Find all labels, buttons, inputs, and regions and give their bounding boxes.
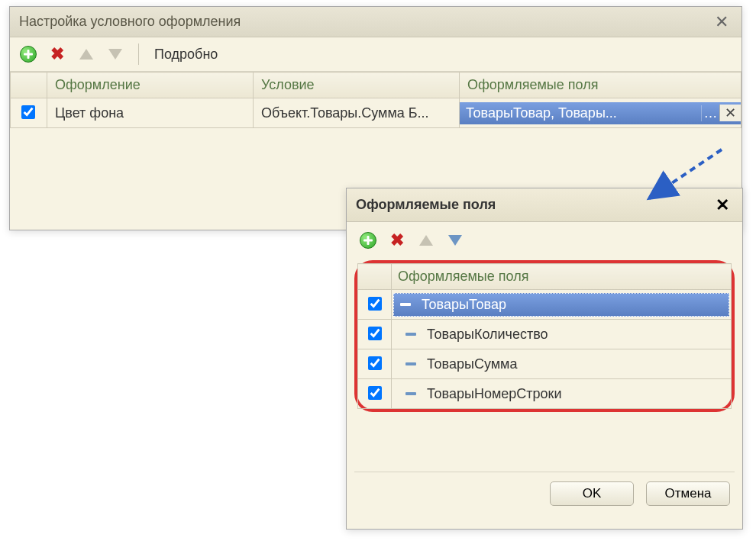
field-label: ТоварыНомерСтроки <box>427 386 562 402</box>
add-button[interactable] <box>357 230 379 251</box>
plus-icon <box>360 232 376 249</box>
field-icon <box>405 362 416 365</box>
sub-window-title: Оформляемые поля <box>356 197 496 213</box>
move-up-button[interactable] <box>76 43 97 65</box>
arrow-up-icon <box>79 49 93 60</box>
field-label: ТоварыКоличество <box>427 327 548 343</box>
delete-button[interactable]: ✖ <box>386 230 408 251</box>
cell-formatting[interactable]: Цвет фона <box>47 98 254 128</box>
move-down-button[interactable] <box>105 43 126 65</box>
delete-icon: ✖ <box>390 230 404 250</box>
field-label: ТоварыСумма <box>427 356 517 372</box>
separator <box>138 43 139 65</box>
col-condition: Условие <box>254 72 460 98</box>
cell-fields[interactable]: ТоварыТовар, Товары... … ✕ <box>460 98 741 128</box>
fields-value: ТоварыТовар, Товары... <box>460 102 701 124</box>
table-row[interactable]: Цвет фона Объект.Товары.Сумма Б... Товар… <box>11 98 741 128</box>
delete-button[interactable]: ✖ <box>47 43 68 65</box>
list-item[interactable]: ТоварыСумма <box>358 349 732 379</box>
field-icon <box>405 333 416 336</box>
fields-picker-window: Оформляемые поля ✕ ✖ Оформляемые поля <box>346 188 743 530</box>
delete-icon: ✖ <box>50 44 64 64</box>
button-bar: OK Отмена <box>354 472 735 509</box>
field-icon <box>405 392 416 395</box>
move-up-button[interactable] <box>415 230 437 251</box>
fields-table: Оформляемые поля ТоварыТовар <box>357 263 732 409</box>
cell-condition[interactable]: Объект.Товары.Сумма Б... <box>254 98 460 128</box>
field-checkbox[interactable] <box>368 327 382 340</box>
arrow-up-icon <box>419 235 433 246</box>
field-label: ТоварыТовар <box>422 297 506 313</box>
sub-titlebar: Оформляемые поля ✕ <box>347 188 742 222</box>
formatting-table: Оформление Условие Оформляемые поля Цвет… <box>10 72 741 128</box>
close-icon[interactable]: ✕ <box>712 195 733 216</box>
titlebar: Настройка условного оформления ✕ <box>10 7 741 37</box>
add-button[interactable] <box>18 43 39 65</box>
ok-button[interactable]: OK <box>550 481 634 506</box>
col-checkbox <box>358 264 392 290</box>
arrow-down-icon <box>108 49 122 60</box>
window-title: Настройка условного оформления <box>19 14 241 30</box>
field-icon <box>400 303 411 306</box>
col-field-name: Оформляемые поля <box>392 264 732 290</box>
col-fields: Оформляемые поля <box>460 72 741 98</box>
field-checkbox[interactable] <box>368 297 382 311</box>
list-item[interactable]: ТоварыКоличество <box>358 320 732 349</box>
highlight-box: Оформляемые поля ТоварыТовар <box>354 260 735 412</box>
field-checkbox[interactable] <box>368 356 382 370</box>
detail-button[interactable]: Подробно <box>154 47 218 63</box>
arrow-down-icon <box>448 235 462 246</box>
cancel-button[interactable]: Отмена <box>646 481 730 506</box>
open-picker-icon[interactable]: … <box>701 105 719 121</box>
close-icon[interactable]: ✕ <box>711 11 732 33</box>
clear-icon[interactable]: ✕ <box>719 105 741 121</box>
row-enabled-checkbox[interactable] <box>21 105 35 119</box>
list-item[interactable]: ТоварыТовар <box>358 290 732 320</box>
field-checkbox[interactable] <box>368 386 382 400</box>
sub-toolbar: ✖ <box>354 222 735 259</box>
col-checkbox <box>11 72 47 98</box>
plus-icon <box>20 46 37 63</box>
move-down-button[interactable] <box>444 230 466 251</box>
list-item[interactable]: ТоварыНомерСтроки <box>358 379 732 409</box>
col-formatting: Оформление <box>47 72 254 98</box>
main-toolbar: ✖ Подробно <box>10 37 741 72</box>
